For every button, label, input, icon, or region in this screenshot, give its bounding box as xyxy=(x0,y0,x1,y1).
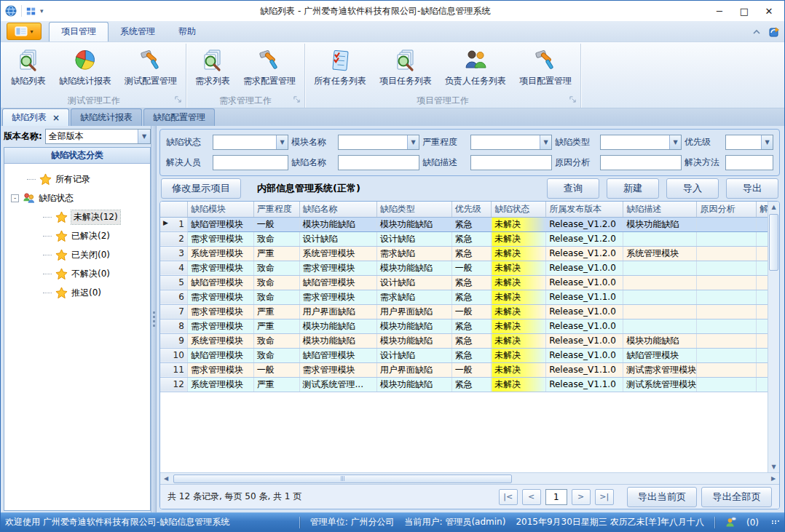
filter-select[interactable]: ▼ xyxy=(470,135,552,150)
table-cell: 需求管理模块 xyxy=(187,304,253,319)
filter-select[interactable]: ▼ xyxy=(600,135,682,150)
table-cell: 致命 xyxy=(253,348,299,362)
vertical-scrollbar[interactable]: ▲ ▼ xyxy=(768,202,779,472)
app-globe-icon[interactable] xyxy=(5,5,17,17)
version-select[interactable]: 全部版本 ▼ xyxy=(45,129,151,144)
document-tab[interactable]: 缺陷配置管理 xyxy=(143,108,215,126)
column-header[interactable]: 缺陷状态 xyxy=(492,202,546,217)
close-tab-icon[interactable]: × xyxy=(52,113,60,123)
close-button[interactable]: ✕ xyxy=(757,3,781,19)
quick-access-grid-icon[interactable] xyxy=(26,7,36,16)
horizontal-scrollbar[interactable]: ◀ ▶ xyxy=(160,472,779,484)
dialog-launcher-icon[interactable] xyxy=(175,95,181,105)
ribbon-button[interactable]: 需求列表 xyxy=(189,45,236,90)
tree-node[interactable]: 推迟(0) xyxy=(7,283,147,302)
modify-display-items-button[interactable]: 修改显示项目 xyxy=(161,178,241,199)
table-row[interactable]: 10缺陷管理模块致命缺陷管理模块设计缺陷紧急未解决Release_V1.0.0缺… xyxy=(160,348,768,362)
ribbon-button[interactable]: 项目任务列表 xyxy=(374,45,438,90)
version-select-caret-icon[interactable]: ▼ xyxy=(138,130,150,143)
scroll-up-icon[interactable]: ▲ xyxy=(768,202,779,213)
filter-select[interactable]: ▼ xyxy=(213,135,288,150)
ribbon-button[interactable]: 缺陷列表 xyxy=(5,45,52,90)
document-tab[interactable]: 缺陷统计报表 xyxy=(71,108,142,126)
ribbon-tab[interactable]: 帮助 xyxy=(167,23,208,41)
dropdown-caret-icon[interactable]: ▼ xyxy=(276,135,288,149)
toolbar-button-新建[interactable]: 新建 xyxy=(607,178,659,199)
vertical-scroll-thumb[interactable] xyxy=(769,214,778,271)
dialog-launcher-icon[interactable] xyxy=(569,95,576,105)
dropdown-caret-icon[interactable]: ▼ xyxy=(407,135,419,149)
table-row[interactable]: 11需求管理模块一般需求管理模块用户界面缺陷一般未解决Release_V1.1.… xyxy=(160,362,768,377)
column-header[interactable]: 解决方法 xyxy=(757,202,768,217)
export-all-pages-button[interactable]: 导出全部页 xyxy=(701,487,772,507)
tree-node[interactable]: 所有记录 xyxy=(7,170,147,188)
table-cell: 致命 xyxy=(253,333,299,348)
table-row[interactable]: 3系统管理模块严重系统管理模块需求缺陷紧急未解决Release_V1.2.0系统… xyxy=(160,246,768,261)
table-row[interactable]: 12系统管理模块严重测试系统管理...模块功能缺陷紧急未解决Release_V1… xyxy=(160,377,768,392)
minimize-button[interactable]: ─ xyxy=(707,3,732,19)
table-row[interactable]: 9系统管理模块致命模块功能缺陷模块功能缺陷紧急未解决Release_V1.0.0… xyxy=(160,333,768,348)
dropdown-caret-icon[interactable]: ▼ xyxy=(761,135,773,149)
prev-page-button[interactable]: < xyxy=(522,489,541,505)
filter-input[interactable] xyxy=(213,155,288,170)
ribbon-button[interactable]: 测试配置管理 xyxy=(119,45,183,90)
toolbar-button-导出[interactable]: 导出 xyxy=(726,178,778,199)
maximize-button[interactable]: □ xyxy=(732,3,757,19)
ribbon-button[interactable]: 需求配置管理 xyxy=(237,45,301,90)
table-row[interactable]: ▶1缺陷管理模块一般模块功能缺陷模块功能缺陷紧急未解决Release_V1.2.… xyxy=(160,217,768,231)
help-icon[interactable] xyxy=(768,26,780,38)
last-page-button[interactable]: >| xyxy=(595,489,614,505)
first-page-button[interactable]: |< xyxy=(499,489,518,505)
column-header[interactable]: 严重程度 xyxy=(253,202,299,217)
tree-node[interactable]: 未解决(12) xyxy=(7,207,147,226)
filter-input[interactable] xyxy=(338,155,419,170)
ribbon-button[interactable]: 所有任务列表 xyxy=(308,45,372,90)
export-current-page-button[interactable]: 导出当前页 xyxy=(627,487,698,507)
ribbon-tab[interactable]: 系统管理 xyxy=(109,23,167,41)
collapse-ribbon-icon[interactable] xyxy=(752,29,761,35)
scroll-right-icon[interactable]: ▶ xyxy=(768,473,779,484)
table-row[interactable]: 7需求管理模块严重用户界面缺陷用户界面缺陷一般未解决Release_V1.0.0 xyxy=(160,304,768,319)
horizontal-scroll-thumb[interactable] xyxy=(173,475,512,483)
dialog-launcher-icon[interactable] xyxy=(293,95,300,105)
column-header[interactable]: 缺陷模块 xyxy=(187,202,253,217)
scroll-down-icon[interactable]: ▼ xyxy=(768,461,779,472)
tree-node[interactable]: -缺陷状态 xyxy=(7,188,147,207)
filter-select[interactable]: ▼ xyxy=(338,135,419,150)
table-row[interactable]: 8需求管理模块严重模块功能缺陷模块功能缺陷紧急未解决Release_V1.0.0 xyxy=(160,319,768,333)
application-menu-button[interactable]: ▾ xyxy=(7,23,42,40)
page-number-input[interactable] xyxy=(545,489,567,505)
messages-person-icon[interactable] xyxy=(725,517,736,528)
table-row[interactable]: 2需求管理模块致命设计缺陷设计缺陷紧急未解决Release_V1.2.0 xyxy=(160,231,768,246)
resize-grip[interactable] xyxy=(772,520,780,524)
ribbon-button[interactable]: 项目配置管理 xyxy=(513,45,577,90)
tree-node[interactable]: 已关闭(0) xyxy=(7,245,147,264)
column-header[interactable]: 所属发布版本 xyxy=(546,202,623,217)
panel-splitter[interactable] xyxy=(151,126,157,512)
filter-input[interactable] xyxy=(470,155,552,170)
column-header[interactable]: 缺陷描述 xyxy=(623,202,697,217)
document-tab[interactable]: 缺陷列表× xyxy=(2,108,69,126)
dropdown-caret-icon[interactable]: ▼ xyxy=(540,135,551,149)
toolbar-button-导入[interactable]: 导入 xyxy=(666,178,719,199)
table-row[interactable]: 6需求管理模块致命需求管理模块需求缺陷紧急未解决Release_V1.1.0 xyxy=(160,290,768,304)
tree-expander[interactable]: - xyxy=(11,194,19,202)
filter-input[interactable] xyxy=(600,155,682,170)
ribbon-button[interactable]: 负责人任务列表 xyxy=(439,45,512,90)
table-row[interactable]: 4需求管理模块致命需求管理模块模块功能缺陷一般未解决Release_V1.0.0 xyxy=(160,261,768,275)
column-header[interactable]: 缺陷类型 xyxy=(376,202,451,217)
dropdown-caret-icon[interactable]: ▼ xyxy=(669,135,681,149)
scroll-left-icon[interactable]: ◀ xyxy=(160,473,172,484)
table-row[interactable]: 5缺陷管理模块致命缺陷管理模块设计缺陷紧急未解决Release_V1.0.0 xyxy=(160,275,768,290)
column-header[interactable]: 缺陷名称 xyxy=(299,202,376,217)
tree-node[interactable]: 已解决(2) xyxy=(7,226,147,245)
column-header[interactable]: 优先级 xyxy=(451,202,492,217)
column-header[interactable]: 原因分析 xyxy=(697,202,757,217)
filter-select[interactable]: ▼ xyxy=(725,135,773,150)
ribbon-button[interactable]: 缺陷统计报表 xyxy=(53,45,117,90)
filter-input[interactable] xyxy=(725,155,773,170)
next-page-button[interactable]: > xyxy=(572,489,591,505)
tree-node[interactable]: 不解决(0) xyxy=(7,264,147,283)
ribbon-tab[interactable]: 项目管理 xyxy=(49,22,109,41)
toolbar-button-查询[interactable]: 查询 xyxy=(547,178,599,199)
